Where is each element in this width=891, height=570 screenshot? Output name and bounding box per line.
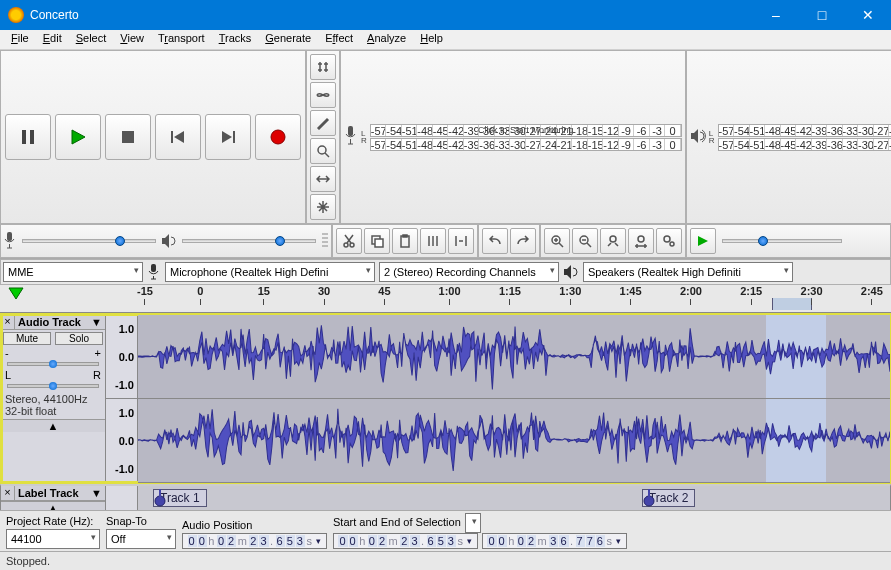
timeline[interactable]: -1501530451:001:151:301:452:002:152:302:…	[0, 285, 891, 313]
zoom-toolbar	[540, 224, 686, 258]
menu-select[interactable]: Select	[69, 30, 114, 49]
audio-position-field[interactable]: 00h02m23.653s▾	[182, 533, 327, 549]
menu-tracks[interactable]: Tracks	[212, 30, 259, 49]
menu-transport[interactable]: Transport	[151, 30, 212, 49]
redo-button[interactable]	[510, 228, 536, 254]
waveform-channel-l[interactable]	[138, 315, 890, 399]
minimize-button[interactable]: –	[753, 0, 799, 30]
snap-to-select[interactable]: Off	[106, 529, 176, 549]
track-menu[interactable]: Label Track▼	[15, 486, 105, 500]
track-close-button[interactable]: ×	[1, 486, 15, 500]
skip-start-button[interactable]	[155, 114, 201, 160]
silence-button[interactable]	[448, 228, 474, 254]
fit-selection-button[interactable]	[600, 228, 626, 254]
rec-device-select[interactable]: Microphone (Realtek High Defini	[165, 262, 375, 282]
selection-end-field[interactable]: 00h02m36.776s▾	[482, 533, 627, 549]
draw-tool[interactable]	[310, 110, 336, 136]
svg-point-13	[350, 243, 354, 247]
pan-slider[interactable]	[7, 384, 99, 388]
menu-analyze[interactable]: Analyze	[360, 30, 413, 49]
play-speed-button[interactable]	[690, 228, 716, 254]
label-track[interactable]: × Label Track▼ ▲ Track 1 Track 2	[0, 484, 891, 510]
drag-handle[interactable]	[321, 232, 329, 250]
zoom-tool[interactable]	[310, 138, 336, 164]
mic-icon	[147, 263, 161, 281]
gain-slider[interactable]	[7, 362, 99, 366]
waveform-area[interactable]	[138, 315, 890, 483]
transport-toolbar	[0, 50, 306, 224]
svg-point-27	[155, 496, 165, 506]
record-button[interactable]	[255, 114, 301, 160]
selection-start-field[interactable]: 00h02m23.653s▾	[333, 533, 478, 549]
zoom-toggle-button[interactable]	[656, 228, 682, 254]
menu-view[interactable]: View	[113, 30, 151, 49]
menu-edit[interactable]: Edit	[36, 30, 69, 49]
svg-rect-6	[233, 131, 235, 143]
menu-generate[interactable]: Generate	[258, 30, 318, 49]
titlebar: Concerto – □ ✕	[0, 0, 891, 30]
rec-meter-l[interactable]: Click to Start Monitoring -57-54-51-48-4…	[370, 124, 682, 137]
zoom-in-button[interactable]	[544, 228, 570, 254]
solo-button[interactable]: Solo	[55, 332, 103, 345]
audio-host-select[interactable]: MME	[3, 262, 143, 282]
channels-select[interactable]: 2 (Stereo) Recording Channels	[379, 262, 559, 282]
svg-rect-1	[30, 130, 34, 144]
play-device-select[interactable]: Speakers (Realtek High Definiti	[583, 262, 793, 282]
menu-file[interactable]: File	[4, 30, 36, 49]
snap-label: Snap-To	[106, 515, 176, 527]
speaker-icon[interactable]	[689, 124, 707, 150]
speaker-icon	[563, 263, 579, 281]
close-button[interactable]: ✕	[845, 0, 891, 30]
menu-help[interactable]: Help	[413, 30, 450, 49]
fit-project-button[interactable]	[628, 228, 654, 254]
menu-effect[interactable]: Effect	[318, 30, 360, 49]
mic-icon[interactable]	[343, 124, 359, 150]
skip-end-button[interactable]	[205, 114, 251, 160]
selection-mode-select[interactable]	[465, 513, 481, 533]
undo-toolbar	[478, 224, 540, 258]
play-meter-l[interactable]: -57-54-51-48-45-42-39-36-33-30-27-24-21-…	[718, 124, 891, 137]
rec-volume-slider[interactable]	[22, 239, 156, 243]
collapse-button[interactable]: ▲	[1, 419, 105, 432]
svg-rect-11	[7, 232, 12, 241]
stop-button[interactable]	[105, 114, 151, 160]
svg-marker-5	[174, 131, 184, 143]
label-area[interactable]: Track 1 Track 2	[138, 486, 890, 510]
copy-button[interactable]	[364, 228, 390, 254]
record-meter: LR Click to Start Monitoring -57-54-51-4…	[340, 50, 686, 224]
svg-rect-17	[403, 235, 407, 237]
timeshift-tool[interactable]	[310, 166, 336, 192]
svg-rect-0	[22, 130, 26, 144]
track-menu[interactable]: Audio Track▼	[15, 315, 105, 329]
label-marker[interactable]: Track 1	[153, 489, 207, 507]
speed-slider[interactable]	[722, 239, 842, 243]
play-volume-slider[interactable]	[182, 239, 316, 243]
paste-button[interactable]	[392, 228, 418, 254]
rec-meter-r[interactable]: -57-54-51-48-45-42-39-36-33-30-27-24-21-…	[370, 138, 682, 151]
cut-button[interactable]	[336, 228, 362, 254]
maximize-button[interactable]: □	[799, 0, 845, 30]
svg-marker-24	[698, 236, 708, 246]
track-close-button[interactable]: ×	[1, 315, 15, 329]
zoom-out-button[interactable]	[572, 228, 598, 254]
track-info: Stereo, 44100Hz32-bit float	[1, 391, 105, 419]
pause-button[interactable]	[5, 114, 51, 160]
trim-button[interactable]	[420, 228, 446, 254]
speaker-icon	[161, 230, 177, 252]
play-button[interactable]	[55, 114, 101, 160]
project-rate-select[interactable]: 44100	[6, 529, 100, 549]
mute-button[interactable]: Mute	[3, 332, 51, 345]
selection-tool[interactable]	[310, 54, 336, 80]
undo-button[interactable]	[482, 228, 508, 254]
multi-tool[interactable]	[310, 194, 336, 220]
audio-track[interactable]: × Audio Track▼ Mute Solo -+ LR Stereo, 4…	[0, 313, 891, 484]
vertical-scale: 1.00.0-1.0 1.00.0-1.0	[106, 315, 138, 483]
waveform-channel-r[interactable]	[138, 399, 890, 483]
collapse-button[interactable]: ▲	[1, 501, 105, 510]
playhead-icon[interactable]	[8, 287, 24, 301]
play-meter-r[interactable]: -57-54-51-48-45-42-39-36-33-30-27-24-21-…	[718, 138, 891, 151]
envelope-tool[interactable]	[310, 82, 336, 108]
play-meter: LR -57-54-51-48-45-42-39-36-33-30-27-24-…	[686, 50, 891, 224]
selection-label: Start and End of Selection	[333, 516, 461, 528]
label-marker[interactable]: Track 2	[642, 489, 696, 507]
